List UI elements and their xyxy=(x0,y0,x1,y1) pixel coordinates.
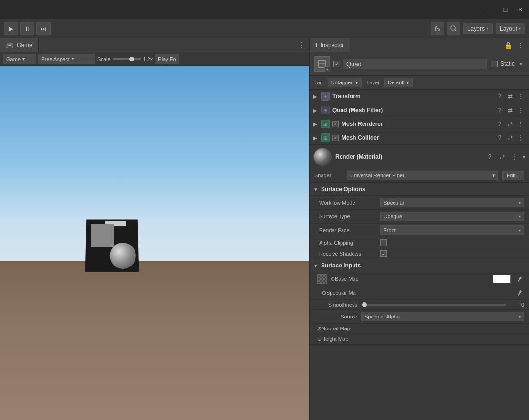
object-icon: ▾ xyxy=(314,56,330,72)
component-mesh-filter[interactable]: ▶ ⊞ Quad (Mesh Filter) ? ⇄ ⋮ xyxy=(310,103,529,117)
sky-background xyxy=(0,66,309,261)
base-map-eyedropper[interactable] xyxy=(515,274,524,284)
component-mesh-renderer[interactable]: ▶ ⊞ ✓ Mesh Renderer ? ⇄ ⋮ xyxy=(310,117,529,131)
play-button[interactable]: ▶ xyxy=(4,22,18,35)
height-map-row: ⊙Height Map xyxy=(310,334,529,345)
base-map-color-swatch[interactable] xyxy=(493,275,511,283)
source-dropdown[interactable]: Specular Alpha ▾ xyxy=(361,312,524,321)
maximize-button[interactable]: □ xyxy=(502,7,508,12)
play-focused-button[interactable]: Play Fo xyxy=(155,54,179,64)
game-tab[interactable]: 🎮 Game xyxy=(0,38,39,52)
pause-button[interactable]: ⏸ xyxy=(20,22,34,35)
mesh-renderer-settings-btn[interactable]: ⇄ xyxy=(506,120,515,128)
base-map-thumb[interactable] xyxy=(317,274,327,284)
material-help-btn[interactable]: ? xyxy=(486,153,494,161)
component-transform[interactable]: ▶ ✦ Transform ? ⇄ ⋮ xyxy=(310,90,529,103)
mesh-collider-menu-btn[interactable]: ⋮ xyxy=(517,133,525,142)
mesh-collider-arrow: ▶ xyxy=(313,135,318,141)
transform-arrow: ▶ xyxy=(313,94,318,99)
surface-type-dropdown[interactable]: Opaque ▾ xyxy=(380,212,524,221)
transform-help-btn[interactable]: ? xyxy=(496,92,504,101)
shader-dropdown[interactable]: Universal Render Pipel ▾ xyxy=(347,171,498,180)
material-menu-btn[interactable]: ⋮ xyxy=(510,153,519,161)
game-panel-menu-button[interactable]: ⋮ xyxy=(298,41,309,50)
material-icon xyxy=(313,148,332,166)
inspector-panel: ℹ Inspector 🔒 ⋮ ▾ xyxy=(309,38,529,420)
tag-label: Tag xyxy=(314,80,323,85)
mesh-renderer-menu-btn[interactable]: ⋮ xyxy=(517,120,525,128)
layer-dropdown[interactable]: Default ▾ xyxy=(384,78,413,87)
game-panel: 🎮 Game ⋮ Game ▾ Free Aspect ▾ Scale 1.2x xyxy=(0,38,309,420)
mesh-filter-settings-btn[interactable]: ⇄ xyxy=(506,106,515,114)
mesh-collider-checkbox[interactable]: ✓ xyxy=(332,135,339,141)
specular-map-eyedropper[interactable] xyxy=(515,288,524,297)
smoothness-thumb xyxy=(362,302,367,307)
layer-label: Layer xyxy=(366,80,380,85)
transform-actions: ? ⇄ ⋮ xyxy=(496,92,525,101)
smoothness-slider[interactable] xyxy=(361,304,506,306)
mesh-filter-help-btn[interactable]: ? xyxy=(496,106,504,114)
mesh-renderer-arrow: ▶ xyxy=(313,122,318,127)
scale-slider[interactable] xyxy=(113,58,141,60)
object-container xyxy=(86,219,138,271)
close-button[interactable]: ✕ xyxy=(518,7,523,12)
alpha-clipping-checkbox[interactable] xyxy=(380,239,387,246)
inspector-tab[interactable]: ℹ Inspector xyxy=(310,38,350,52)
smoothness-value: 0 xyxy=(510,302,524,307)
height-map-label: ⊙Height Map xyxy=(317,336,524,342)
smoothness-row: Smoothness 0 xyxy=(310,300,529,310)
material-collapse-arrow[interactable]: ▾ xyxy=(523,154,525,160)
layers-dropdown[interactable]: Layers ▾ xyxy=(463,23,493,34)
main-layout: 🎮 Game ⋮ Game ▾ Free Aspect ▾ Scale 1.2x xyxy=(0,38,529,420)
alpha-clipping-label: Alpha Clipping xyxy=(319,240,376,246)
inspector-lock-button[interactable]: 🔒 xyxy=(503,41,513,50)
render-face-dropdown[interactable]: Front ▾ xyxy=(380,225,524,235)
object-name-row: ✓ xyxy=(333,59,487,69)
mesh-filter-menu-btn[interactable]: ⋮ xyxy=(517,106,525,114)
history-button[interactable] xyxy=(431,22,444,35)
inspector-tab-icon: ℹ xyxy=(315,42,318,49)
transform-menu-btn[interactable]: ⋮ xyxy=(517,92,525,101)
shader-row: Shader Universal Render Pipel ▾ Edit... xyxy=(310,169,529,183)
static-checkbox[interactable] xyxy=(491,61,498,67)
workflow-mode-dropdown[interactable]: Specular ▾ xyxy=(380,198,524,207)
receive-shadows-checkbox[interactable]: ✓ xyxy=(380,250,387,257)
tag-dropdown[interactable]: Untagged ▾ xyxy=(328,78,362,87)
minimize-button[interactable]: — xyxy=(487,7,493,12)
game-dropdown-arrow: ▾ xyxy=(22,56,25,62)
surface-inputs-header[interactable]: ▼ Surface Inputs xyxy=(310,259,529,272)
transform-settings-btn[interactable]: ⇄ xyxy=(506,92,515,101)
workflow-mode-value: Specular ▾ xyxy=(380,198,524,207)
surface-inputs-arrow: ▼ xyxy=(313,263,318,268)
game-dropdown[interactable]: Game ▾ xyxy=(3,54,36,64)
mesh-collider-settings-btn[interactable]: ⇄ xyxy=(506,133,515,142)
material-section: Render (Material) ? ⇄ ⋮ ▾ Shader Univers… xyxy=(310,145,529,183)
mesh-collider-help-btn[interactable]: ? xyxy=(496,133,504,142)
search-button[interactable] xyxy=(447,22,460,35)
component-mesh-collider[interactable]: ▶ ⊞ ✓ Mesh Collider ? ⇄ ⋮ xyxy=(310,131,529,145)
material-name: Render (Material) xyxy=(335,154,482,160)
source-dropdown-arrow: ▾ xyxy=(519,315,521,319)
surface-type-arrow: ▾ xyxy=(519,215,521,219)
surface-options-header[interactable]: ▼ Surface Options xyxy=(310,183,529,196)
base-map-label: ⊙Base Map xyxy=(331,276,489,282)
object-name-input[interactable] xyxy=(343,59,487,69)
step-button[interactable]: ⏭ xyxy=(36,22,51,35)
mesh-renderer-help-btn[interactable]: ? xyxy=(496,120,504,128)
shader-edit-button[interactable]: Edit... xyxy=(502,171,524,180)
object-enabled-checkbox[interactable]: ✓ xyxy=(333,61,340,67)
static-dropdown[interactable]: ▾ xyxy=(518,61,524,67)
aspect-dropdown[interactable]: Free Aspect ▾ xyxy=(38,54,95,64)
workflow-mode-label: Workflow Mode xyxy=(319,200,376,205)
mesh-renderer-actions: ? ⇄ ⋮ xyxy=(496,120,525,128)
game-viewport xyxy=(0,66,309,420)
title-bar: — □ ✕ xyxy=(0,0,529,19)
mesh-renderer-checkbox[interactable]: ✓ xyxy=(332,121,339,127)
layout-dropdown[interactable]: Layout ▾ xyxy=(496,23,525,34)
viewport-content xyxy=(0,66,309,420)
material-settings-btn[interactable]: ⇄ xyxy=(498,153,507,161)
object-icon-bottom: ▾ xyxy=(324,66,330,72)
surface-type-label: Surface Type xyxy=(319,214,376,219)
inspector-menu-button[interactable]: ⋮ xyxy=(516,41,525,50)
game-tab-label: Game xyxy=(17,42,32,49)
